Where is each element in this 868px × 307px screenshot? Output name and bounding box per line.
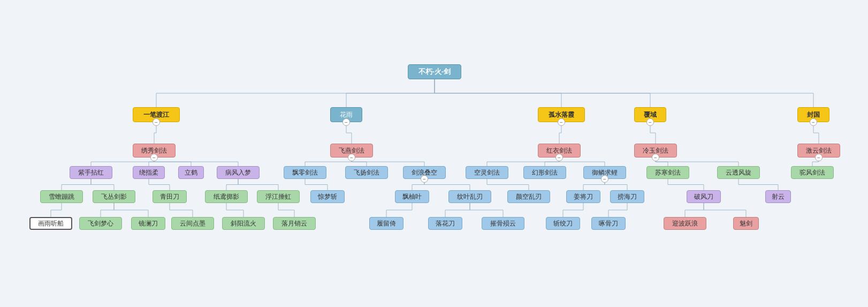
node-jiangdao[interactable]: 姜将刀 [566, 190, 600, 203]
node-piaolingsf[interactable]: 飘零剑法 [284, 166, 326, 179]
connections-svg [0, 0, 868, 307]
node-tuofeng[interactable]: 驼风剑法 [791, 166, 834, 179]
node-raozhi[interactable]: 绕指柔 [133, 166, 165, 179]
node-feiyangf[interactable]: 飞扬剑法 [345, 166, 388, 179]
node-meijian[interactable]: 魅剑 [733, 217, 759, 230]
collapse-btn-hongjian[interactable]: − [555, 154, 563, 161]
node-root[interactable]: 不朽-火-剑 [408, 64, 461, 79]
node-zhuogudao[interactable]: 啄骨刀 [591, 217, 626, 230]
node-xieyanglh[interactable]: 斜阳流火 [222, 217, 265, 230]
node-feijianmengx[interactable]: 飞剑梦心 [79, 217, 122, 230]
node-qingtian[interactable]: 青田刀 [153, 190, 187, 203]
node-yankongrui[interactable]: 颜空乱刃 [507, 190, 550, 203]
node-yueyunxy[interactable]: 落月销云 [273, 217, 316, 230]
node-liting[interactable]: 立鹤 [178, 166, 204, 179]
node-luohuadao[interactable]: 落花刀 [428, 217, 462, 230]
node-feicong[interactable]: 飞丛剑影 [93, 190, 135, 203]
node-yigusunyun[interactable]: 摧骨殒云 [482, 217, 524, 230]
collapse-btn-huayu[interactable]: − [342, 118, 350, 126]
node-sheyun[interactable]: 射云 [765, 190, 791, 203]
collapse-btn-jiehun[interactable]: − [601, 175, 608, 183]
node-wenyeluanlun[interactable]: 纹叶乱刃 [448, 190, 491, 203]
collapse-btn-feiyan[interactable]: − [348, 154, 355, 161]
collapse-btn-fuyu[interactable]: − [646, 118, 654, 126]
mind-map: 不朽-火-剑一笔渡江花雨孤水落霞覆域封国绣秀剑法飞燕剑法红衣剑法冷玉剑法激云剑法… [0, 0, 868, 307]
node-zishou[interactable]: 紫手拈红 [70, 166, 112, 179]
node-kongling[interactable]: 空灵剑法 [466, 166, 508, 179]
node-bingfeng[interactable]: 病风入梦 [217, 166, 260, 179]
collapse-btn-fengguo[interactable]: − [810, 118, 817, 126]
node-luluyi[interactable]: 履留倚 [369, 217, 403, 230]
collapse-btn-xujian[interactable]: − [150, 154, 158, 161]
node-yingbolang[interactable]: 迎波跃浪 [664, 217, 706, 230]
node-yuntouf[interactable]: 云透风旋 [717, 166, 760, 179]
node-yunjiandianm[interactable]: 云间点墨 [171, 217, 214, 230]
collapse-btn-jiyun[interactable]: − [815, 154, 823, 161]
node-pofengdao[interactable]: 破风刀 [687, 190, 721, 203]
node-suhan[interactable]: 苏寒剑法 [646, 166, 689, 179]
node-zhizhui[interactable]: 纸鸢掷影 [205, 190, 248, 203]
collapse-btn-jianlan[interactable]: − [421, 175, 428, 183]
collapse-btn-yibi[interactable]: − [153, 118, 160, 126]
node-piaoyouye[interactable]: 飘柚叶 [395, 190, 429, 203]
node-huayuchuanf[interactable]: 画雨听船 [29, 217, 72, 230]
node-laohaidao[interactable]: 捞海刀 [610, 190, 644, 203]
node-jinglandao[interactable]: 镜澜刀 [131, 217, 165, 230]
node-xuetiao[interactable]: 雪蟾蹦跳 [40, 190, 83, 203]
node-huanxing[interactable]: 幻形剑法 [523, 166, 566, 179]
node-jingmengzhan[interactable]: 惊梦斩 [310, 190, 345, 203]
node-xinjiaodao[interactable]: 斩绞刀 [546, 217, 580, 230]
collapse-btn-lengbing[interactable]: − [652, 154, 659, 161]
collapse-btn-gushui[interactable]: − [558, 118, 565, 126]
node-fujiangchui[interactable]: 浮江捶虹 [257, 190, 300, 203]
